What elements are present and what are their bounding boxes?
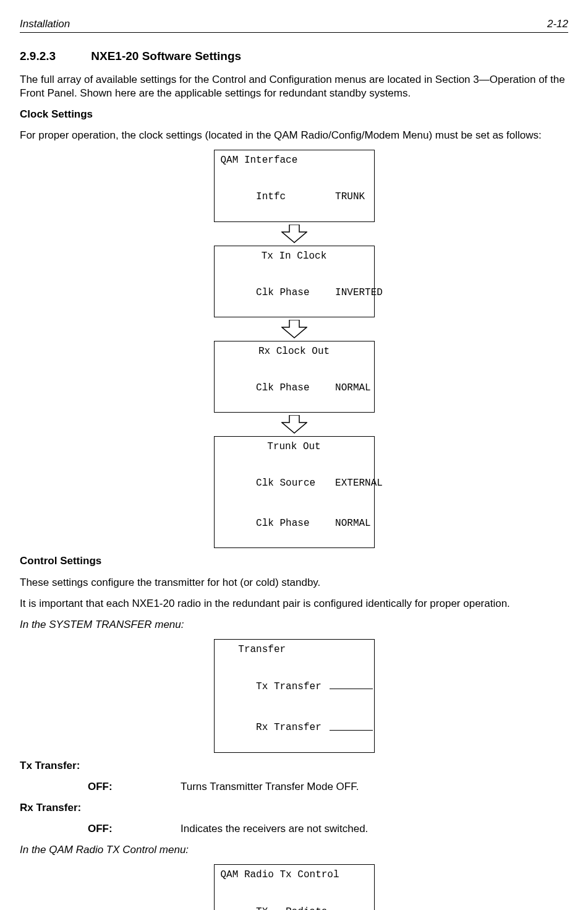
header-left: Installation — [20, 17, 70, 31]
blank-line — [330, 905, 373, 910]
section-heading: 2.9.2.3 NXE1-20 Software Settings — [20, 49, 568, 64]
menu-title: Transfer — [221, 643, 368, 657]
menu-row-label: Tx Transfer — [256, 681, 322, 692]
control-para2: It is important that each NXE1-20 radio … — [20, 597, 568, 611]
clock-lead: For proper operation, the clock settings… — [20, 129, 568, 142]
menu-row-label: Clk Phase — [256, 286, 335, 300]
menu-row: Clk PhaseINVERTED — [221, 273, 368, 313]
rx-transfer-heading: Rx Transfer: — [20, 801, 568, 815]
definition-term: OFF: — [88, 822, 181, 836]
section-title: NXE1-20 Software Settings — [91, 49, 241, 62]
qam-txctrl-lead: In the QAM Radio TX Control menu: — [20, 843, 568, 857]
blank-line — [330, 721, 373, 730]
menu-title-text: Transfer — [238, 644, 286, 655]
menu-box-tx-in-clock: Tx In Clock Clk PhaseINVERTED — [214, 246, 375, 317]
menu-box-qam-interface: QAM Interface IntfcTRUNK — [214, 150, 375, 221]
menu-title: Rx Clock Out — [221, 345, 368, 359]
menu-box-tx-control: QAM Radio Tx Control TX Radiate — [214, 864, 375, 910]
page-header: Installation 2-12 — [20, 17, 568, 33]
menu-box-transfer: Transfer Tx Transfer Rx Transfer — [214, 639, 375, 753]
menu-row: Clk PhaseNORMAL — [221, 504, 368, 544]
menu-row: Tx Transfer — [221, 666, 368, 707]
menu-row-value: EXTERNAL — [335, 478, 383, 489]
control-settings-heading: Control Settings — [20, 554, 568, 568]
menu-row-value: NORMAL — [335, 382, 371, 393]
menu-row: Clk SourceEXTERNAL — [221, 464, 368, 504]
tx-transfer-heading: Tx Transfer: — [20, 759, 568, 773]
menu-row-value: TRUNK — [335, 191, 365, 202]
menu-box-rx-clock-out: Rx Clock Out Clk PhaseNORMAL — [214, 341, 375, 413]
menu-row: Clk PhaseNORMAL — [221, 369, 368, 409]
header-right: 2-12 — [547, 17, 568, 31]
menu-row-value: NORMAL — [335, 518, 371, 529]
menu-row-label: TX Radiate — [256, 907, 327, 910]
clock-menu-sequence: QAM Interface IntfcTRUNK Tx In Clock Clk… — [20, 150, 568, 548]
menu-box-trunk-out: Trunk Out Clk SourceEXTERNAL Clk PhaseNO… — [214, 436, 375, 548]
menu-row-label: Clk Phase — [256, 382, 335, 395]
menu-row: TX Radiate — [221, 892, 368, 910]
blank-line — [330, 680, 373, 689]
menu-title: Tx In Clock — [221, 250, 368, 264]
menu-row-label: Clk Source — [256, 477, 335, 491]
section-number: 2.9.2.3 — [20, 49, 88, 64]
menu-row: IntfcTRUNK — [221, 178, 368, 218]
menu-row: Rx Transfer — [221, 708, 368, 749]
menu-title: QAM Radio Tx Control — [221, 869, 368, 882]
down-arrow-icon — [281, 225, 307, 243]
menu-row-value: INVERTED — [335, 287, 383, 298]
definition-row: OFF: Indicates the receivers are not swi… — [88, 822, 568, 836]
clock-settings-heading: Clock Settings — [20, 108, 568, 121]
definition-desc: Turns Transmitter Transfer Mode OFF. — [181, 780, 359, 794]
definition-desc: Indicates the receivers are not switched… — [181, 822, 368, 836]
system-transfer-lead: In the SYSTEM TRANSFER menu: — [20, 618, 568, 632]
definition-row: OFF: Turns Transmitter Transfer Mode OFF… — [88, 780, 568, 794]
down-arrow-icon — [281, 320, 307, 338]
menu-row-label: Rx Transfer — [256, 723, 322, 734]
intro-paragraph: The full array of available settings for… — [20, 73, 568, 100]
menu-row-label: Clk Phase — [256, 517, 335, 531]
menu-row-label: Intfc — [256, 191, 335, 204]
control-para1: These settings configure the transmitter… — [20, 576, 568, 590]
menu-title: Trunk Out — [221, 440, 368, 454]
down-arrow-icon — [281, 415, 307, 434]
txctrl-menu: QAM Radio Tx Control TX Radiate — [20, 864, 568, 910]
transfer-menu: Transfer Tx Transfer Rx Transfer — [20, 639, 568, 753]
menu-title: QAM Interface — [221, 154, 368, 168]
definition-term: OFF: — [88, 780, 181, 794]
